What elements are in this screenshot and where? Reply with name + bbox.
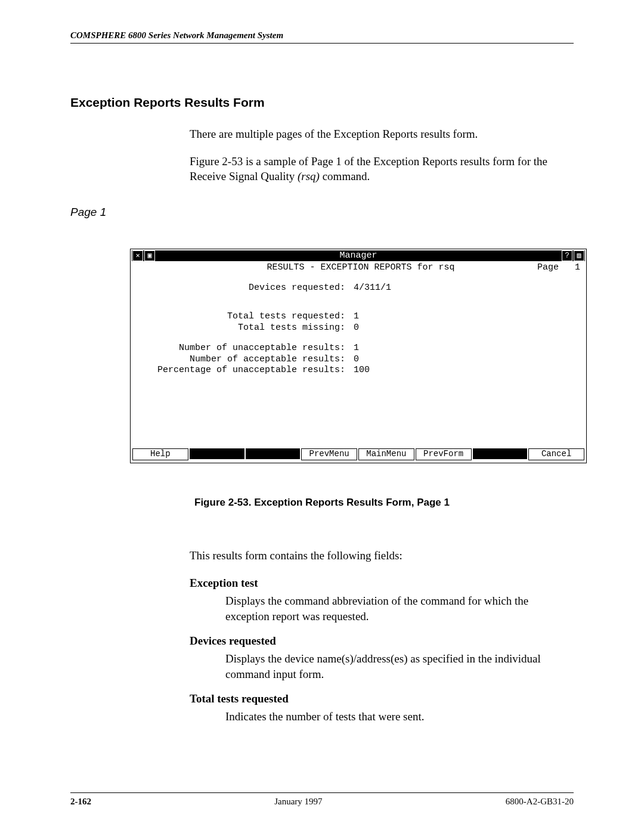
close-icon[interactable]: ✕ <box>132 250 143 261</box>
help-icon[interactable]: ? <box>562 250 572 261</box>
fkey-f3 <box>246 448 301 459</box>
field-term-total-tests-requested: Total tests requested <box>190 692 568 705</box>
figure-caption: Figure 2-53. Exception Reports Results F… <box>70 497 574 509</box>
pin-icon[interactable]: ▣ <box>144 250 155 261</box>
running-head-text: COMSPHERE 6800 Series Network Management… <box>70 30 283 40</box>
page: COMSPHERE 6800 Series Network Management… <box>0 0 644 833</box>
content-area: Exception Reports Results Form There are… <box>70 95 574 735</box>
field-term-devices-requested: Devices requested <box>190 634 568 648</box>
row-unacceptable-results: Number of unacceptable results: 1 <box>137 343 580 354</box>
terminal-screen: RESULTS - EXCEPTION REPORTS for rsq Page… <box>132 261 585 448</box>
field-def-total-tests-requested: Indicates the number of tests that were … <box>225 709 568 724</box>
intro-paragraph-2: Figure 2-53 is a sample of Page 1 of the… <box>190 154 568 184</box>
field-definitions: Exception test Displays the command abbr… <box>190 577 568 724</box>
fkey-mainmenu[interactable]: MainMenu <box>358 448 414 460</box>
field-def-devices-requested: Displays the device name(s)/address(es) … <box>225 651 568 682</box>
fkey-cancel[interactable]: Cancel <box>528 448 584 460</box>
intro-paragraph-1: There are multiple pages of the Exceptio… <box>190 126 568 142</box>
resize-icon[interactable]: ▨ <box>574 250 584 261</box>
footer-page-number: 2-162 <box>70 797 91 807</box>
fkey-f7 <box>473 448 528 459</box>
rsq-command: (rsq) <box>298 170 320 182</box>
footer-doc-number: 6800-A2-GB31-20 <box>506 797 574 807</box>
terminal-titlebar: ✕ ▣ Manager ? ▨ <box>132 250 585 261</box>
page-word: Page <box>537 262 559 272</box>
intro-2b: command. <box>320 170 370 182</box>
field-term-exception-test: Exception test <box>190 577 568 590</box>
terminal-figure: ✕ ▣ Manager ? ▨ RESULTS - EXCEPTION REPO… <box>130 249 587 463</box>
page-footer: 2-162 January 1997 6800-A2-GB31-20 <box>70 792 574 807</box>
running-head: COMSPHERE 6800 Series Network Management… <box>70 30 574 44</box>
footer-date: January 1997 <box>274 797 322 807</box>
section-heading: Exception Reports Results Form <box>70 95 574 110</box>
page-1-label: Page 1 <box>70 206 574 219</box>
row-total-tests-missing: Total tests missing: 0 <box>137 323 580 334</box>
row-percentage-unacceptable: Percentage of unacceptable results: 100 <box>137 365 580 376</box>
fields-intro: This results form contains the following… <box>190 549 568 562</box>
fkey-prevform[interactable]: PrevForm <box>416 448 472 460</box>
row-devices-requested: Devices requested: 4/311/1 <box>137 283 580 294</box>
fkey-prevmenu[interactable]: PrevMenu <box>301 448 357 460</box>
field-def-exception-test: Displays the command abbreviation of the… <box>225 593 568 624</box>
row-acceptable-results: Number of acceptable results: 0 <box>137 354 580 366</box>
results-header: RESULTS - EXCEPTION REPORTS for rsq <box>137 262 537 274</box>
fkey-f2 <box>190 448 244 459</box>
page-number: 1 <box>575 262 580 272</box>
function-key-bar: Help PrevMenu MainMenu PrevForm Cancel <box>132 448 585 462</box>
terminal-title: Manager <box>156 250 561 262</box>
fkey-help[interactable]: Help <box>132 448 188 460</box>
row-total-tests-requested: Total tests requested: 1 <box>137 311 580 323</box>
